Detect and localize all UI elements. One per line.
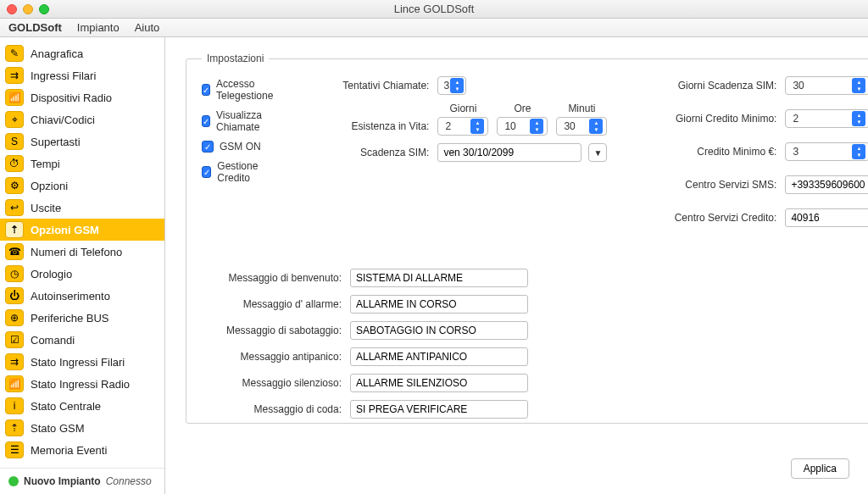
sidebar-item-chiavi-codici[interactable]: ⌖Chiavi/Codici xyxy=(0,108,164,130)
stepper-icon: ▲▼ xyxy=(852,111,865,126)
content-panel: Impostazioni ✓ Accesso Telegestione ✓ Vi… xyxy=(165,37,868,494)
msg-benvenuto-field[interactable] xyxy=(350,269,528,287)
esistenza-minuti-select[interactable]: 30 ▲▼ xyxy=(556,117,607,136)
sidebar-item-opzioni-gsm[interactable]: ⇡Opzioni GSM xyxy=(0,219,164,241)
lbl-msg-allarme: Messaggio d' allarme: xyxy=(202,298,342,310)
sidebar-item-dispositivi-radio[interactable]: 📶Dispositivi Radio xyxy=(0,86,164,108)
msg-coda-field[interactable] xyxy=(350,400,528,419)
sidebar-item-anagrafica[interactable]: ✎Anagrafica xyxy=(0,42,164,64)
nav-icon: ⊕ xyxy=(5,309,24,326)
connection-status: Nuovo Impianto Connesso xyxy=(0,468,164,494)
sidebar-item-label: Dispositivi Radio xyxy=(31,92,112,104)
sidebar-item-memoria-eventi[interactable]: ☰Memoria Eventi xyxy=(0,439,164,461)
menu-impianto[interactable]: Impianto xyxy=(77,21,120,34)
sidebar-item-numeri-di-telefono[interactable]: ☎Numeri di Telefono xyxy=(0,241,164,263)
sidebar: ✎Anagrafica⇉Ingressi Filari📶Dispositivi … xyxy=(0,37,165,494)
lbl-msg-silenzioso: Messaggio silenzioso: xyxy=(202,377,342,389)
sidebar-item-ingressi-filari[interactable]: ⇉Ingressi Filari xyxy=(0,64,164,86)
nav-icon: ✎ xyxy=(5,45,24,62)
msg-antipanico-field[interactable] xyxy=(350,347,528,366)
sidebar-item-label: Autoinserimento xyxy=(31,290,110,303)
menu-goldsoft[interactable]: GOLDSoft xyxy=(8,21,62,34)
lbl-scadenza-sim: Scadenza SIM: xyxy=(310,147,429,158)
nav-icon: ⏻ xyxy=(5,287,24,304)
sidebar-item-label: Opzioni xyxy=(31,180,68,192)
nav-icon: 📶 xyxy=(5,89,24,106)
sidebar-item-label: Tempi xyxy=(31,158,60,170)
sidebar-item-label: Memoria Eventi xyxy=(31,444,107,457)
sidebar-item-label: Ingressi Filari xyxy=(31,69,96,82)
lbl-giorni-scadenza-sim: Giorni Scadenza SIM: xyxy=(641,80,776,92)
chk-visualizza-chiamate[interactable]: ✓ Visualizza Chiamate xyxy=(202,109,276,133)
nav-icon: ⇉ xyxy=(5,67,24,84)
lbl-msg-sabotaggio: Messaggio di sabotaggio: xyxy=(202,325,342,336)
msg-allarme-field[interactable] xyxy=(350,295,528,314)
checkbox-icon: ✓ xyxy=(202,166,211,178)
sidebar-item-label: Stato GSM xyxy=(31,422,85,435)
window-title: Lince GOLDSoft xyxy=(0,3,868,15)
sidebar-item-label: Stato Centrale xyxy=(31,400,101,413)
msg-silenzioso-field[interactable] xyxy=(350,374,528,392)
giorni-scadenza-sim-select[interactable]: 30 ▲▼ xyxy=(785,76,868,95)
scadenza-sim-dropdown-button[interactable]: ▼ xyxy=(588,143,607,162)
sidebar-item-opzioni[interactable]: ⚙Opzioni xyxy=(0,175,164,197)
sidebar-item-label: Chiavi/Codici xyxy=(31,114,95,126)
sidebar-item-supertasti[interactable]: SSupertasti xyxy=(0,130,164,153)
lbl-credito-minimo: Credito Minimo €: xyxy=(641,146,776,158)
sidebar-item-stato-gsm[interactable]: ⇡Stato GSM xyxy=(0,417,164,439)
chk-gestione-credito[interactable]: ✓ Gestione Credito xyxy=(202,160,276,184)
esistenza-giorni-select[interactable]: 2 ▲▼ xyxy=(437,117,488,136)
giorni-credito-minimo-select[interactable]: 2 ▲▼ xyxy=(785,109,868,128)
centro-servizi-sms-field[interactable] xyxy=(785,175,868,194)
lbl-msg-antipanico: Messaggio antipanico: xyxy=(202,351,342,363)
col-ore: Ore xyxy=(497,103,548,114)
menubar: GOLDSoft Impianto Aiuto xyxy=(0,19,868,37)
nav-icon: ⇡ xyxy=(5,419,24,436)
sidebar-item-uscite[interactable]: ↩Uscite xyxy=(0,197,164,219)
sidebar-item-stato-centrale[interactable]: iStato Centrale xyxy=(0,395,164,417)
nav-icon: ◷ xyxy=(5,265,24,282)
credito-minimo-select[interactable]: 3 ▲▼ xyxy=(785,142,868,161)
maximize-icon[interactable] xyxy=(39,4,49,14)
sidebar-item-label: Stato Ingressi Radio xyxy=(31,378,130,391)
nav-icon: ☑ xyxy=(5,331,24,348)
sidebar-item-label: Comandi xyxy=(31,334,75,347)
nav-icon: ⌖ xyxy=(5,111,24,128)
sidebar-item-stato-ingressi-filari[interactable]: ⇉Stato Ingressi Filari xyxy=(0,351,164,373)
nav-icon: ⇉ xyxy=(5,353,24,370)
tentativi-chiamate-stepper[interactable]: 3 ▲▼ xyxy=(437,76,466,95)
status-plant-name: Nuovo Impianto xyxy=(24,475,101,487)
lbl-giorni-credito-minimo: Giorni Credito Minimo: xyxy=(641,113,776,125)
sidebar-item-comandi[interactable]: ☑Comandi xyxy=(0,329,164,351)
applica-button[interactable]: Applica xyxy=(791,458,849,479)
stepper-icon: ▲▼ xyxy=(589,119,603,134)
msg-sabotaggio-field[interactable] xyxy=(350,321,528,340)
nav-icon: ⇡ xyxy=(5,221,24,238)
checkbox-icon: ✓ xyxy=(202,141,214,153)
sidebar-item-stato-ingressi-radio[interactable]: 📶Stato Ingressi Radio xyxy=(0,373,164,395)
lbl-centro-servizi-sms: Centro Servizi SMS: xyxy=(641,179,776,191)
esistenza-ore-select[interactable]: 10 ▲▼ xyxy=(497,117,548,136)
sidebar-item-label: Anagrafica xyxy=(31,47,83,60)
minimize-icon[interactable] xyxy=(23,4,33,14)
menu-aiuto[interactable]: Aiuto xyxy=(135,21,160,34)
close-icon[interactable] xyxy=(7,4,17,14)
sidebar-item-orologio[interactable]: ◷Orologio xyxy=(0,263,164,285)
nav-icon: i xyxy=(5,397,24,414)
scadenza-sim-field[interactable] xyxy=(437,143,581,162)
sidebar-item-autoinserimento[interactable]: ⏻Autoinserimento xyxy=(0,285,164,307)
centro-servizi-credito-field[interactable] xyxy=(785,208,868,227)
sidebar-item-periferiche-bus[interactable]: ⊕Periferiche BUS xyxy=(0,307,164,329)
sidebar-item-label: Numeri di Telefono xyxy=(31,246,122,258)
chk-accesso-telegestione[interactable]: ✓ Accesso Telegestione xyxy=(202,78,276,102)
stepper-icon: ▲▼ xyxy=(450,78,464,93)
sidebar-item-label: Periferiche BUS xyxy=(31,312,108,325)
checkbox-icon: ✓ xyxy=(202,115,210,127)
nav-icon: S xyxy=(5,133,24,150)
sidebar-item-tempi[interactable]: ⏱Tempi xyxy=(0,153,164,175)
chk-gsm-on[interactable]: ✓ GSM ON xyxy=(202,141,276,153)
nav-icon: ☰ xyxy=(5,441,24,458)
nav-icon: ↩ xyxy=(5,199,24,216)
lbl-msg-coda: Messaggio di coda: xyxy=(202,403,342,415)
sidebar-item-label: Stato Ingressi Filari xyxy=(31,356,125,369)
